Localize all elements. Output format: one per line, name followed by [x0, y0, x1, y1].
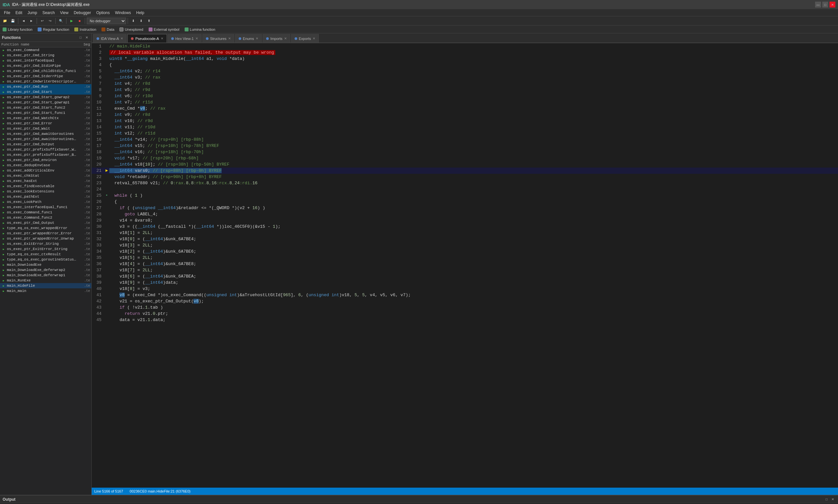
- func-row[interactable]: ▶os_exec_pathExt.te: [0, 194, 91, 199]
- toolbar-save[interactable]: 💾: [9, 17, 16, 24]
- func-icon-arrow: ▶: [3, 290, 4, 292]
- func-icon: ▶: [1, 179, 6, 183]
- func-row[interactable]: ▶os_exec_ExitError_String.te: [0, 241, 91, 247]
- toolbar-stop[interactable]: ■: [76, 17, 83, 24]
- func-row[interactable]: ▶os_exec_dedupEnvCase.te: [0, 163, 91, 168]
- func-row[interactable]: ▶os_exec_ptr_wrappedError_Error.te: [0, 231, 91, 236]
- func-name-label: os_exec_ptr_Cmd_Start_func2: [7, 106, 77, 110]
- func-row[interactable]: ▶os_exec_ptr_Cmd_Error.te: [0, 121, 91, 126]
- tab-structures[interactable]: Structures✕: [202, 34, 234, 42]
- func-row[interactable]: ▶os_exec_ptr_Cmd_Start_func1.te: [0, 110, 91, 115]
- toolbar-run[interactable]: ▶: [68, 17, 75, 24]
- tab-enums[interactable]: Enums✕: [235, 34, 262, 42]
- panel-float-button[interactable]: □: [78, 35, 83, 40]
- tab-pseudocode-a[interactable]: Pseudocode-A✕: [127, 34, 167, 42]
- toolbar-forward[interactable]: ►: [28, 17, 35, 24]
- tab-exports[interactable]: Exports✕: [291, 34, 319, 42]
- tab-close-button[interactable]: ✕: [195, 37, 198, 40]
- menu-item-windows[interactable]: Windows: [112, 9, 133, 16]
- toolbar-redo[interactable]: ↪: [47, 17, 54, 24]
- func-row[interactable]: ▶os_exec_ptr_ExitError_String.te: [0, 247, 91, 252]
- func-row[interactable]: ▶os_exec_lookExtensions.te: [0, 189, 91, 194]
- minimize-button[interactable]: —: [815, 2, 821, 7]
- func-row[interactable]: ▶os_exec_ptr_Cmd_awaitGoroutines_func1.t…: [0, 137, 91, 142]
- func-row[interactable]: ▶os_exec_interfaceEqual.te: [0, 58, 91, 63]
- toolbar-step-over[interactable]: ⬇: [138, 17, 145, 24]
- menu-item-options[interactable]: Options: [94, 9, 112, 16]
- close-button[interactable]: ✕: [830, 2, 835, 7]
- func-list[interactable]: ▶os_exec_Command.te▶os_exec_ptr_Cmd_Stri…: [0, 48, 91, 495]
- func-row[interactable]: ▶main_DownloadExe.te: [0, 262, 91, 267]
- func-row[interactable]: ▶os_exec_ptr_Cmd_Output.te: [0, 142, 91, 147]
- main-layout: Functions □ ✕ Function name Seg ▶os_exec…: [0, 33, 838, 495]
- func-row[interactable]: ▶os_exec_addCriticalEnv.te: [0, 168, 91, 173]
- func-row[interactable]: ▶os_exec_ptr_wrappedError_Unwrap.te: [0, 236, 91, 241]
- func-row[interactable]: ▶main_RunExe.te: [0, 278, 91, 283]
- func-row[interactable]: ▶os_exec_ptr_Cmd_StdinPipe.te: [0, 63, 91, 68]
- func-row[interactable]: ▶os_exec_ptr_Cmd_Run.te: [0, 84, 91, 89]
- func-icon: ▶: [1, 263, 6, 267]
- tab-close-button[interactable]: ✕: [256, 37, 258, 40]
- func-row[interactable]: ▶os_exec_ptr_Cmd_Wait.te: [0, 126, 91, 131]
- func-row[interactable]: ▶os_exec_ptr_Cmd_environ.te: [0, 158, 91, 163]
- menu-item-search[interactable]: Search: [40, 9, 57, 16]
- func-row[interactable]: ▶os_exec_ptr_Cmd_Start.te: [0, 89, 91, 94]
- tab-close-button[interactable]: ✕: [284, 37, 287, 40]
- toolbar-search[interactable]: 🔍: [57, 17, 65, 24]
- func-row[interactable]: ▶os_exec_LookPath.te: [0, 199, 91, 204]
- tab-ida-view-a[interactable]: IDA View-A✕: [93, 34, 127, 42]
- tab-close-button[interactable]: ✕: [228, 37, 231, 40]
- func-row[interactable]: ▶main_DownloadExe_deferwrap2.te: [0, 267, 91, 273]
- func-row[interactable]: ▶type_eq_os_exec_wrappedError.te: [0, 226, 91, 231]
- func-row[interactable]: ▶os_exec_interfaceEqual_func1.te: [0, 204, 91, 210]
- output-float-button[interactable]: □: [824, 497, 829, 502]
- menu-item-debugger[interactable]: Debugger: [71, 9, 94, 16]
- func-row[interactable]: ▶type_eq_os_exec_ctxResult.te: [0, 252, 91, 257]
- menu-item-jump[interactable]: Jump: [25, 9, 40, 16]
- func-icon: ▶: [1, 121, 6, 126]
- func-row[interactable]: ▶os_exec_Command.te: [0, 48, 91, 53]
- func-row[interactable]: ▶os_exec_findExecutable.te: [0, 184, 91, 189]
- func-row[interactable]: ▶type_eq_os_exec_goroutineStatus_1.te: [0, 257, 91, 262]
- func-row[interactable]: ▶os_exec_ptr_Cmd_childStdin_func1.te: [0, 68, 91, 74]
- menu-bar: FileEditJumpSearchViewDebuggerOptionsWin…: [0, 9, 838, 16]
- tab-close-button[interactable]: ✕: [313, 37, 315, 40]
- toolbar-back[interactable]: ◄: [20, 17, 27, 24]
- tab-hex-view-1[interactable]: Hex View-1✕: [167, 34, 202, 42]
- func-row[interactable]: ▶main_HideFile.te: [0, 283, 91, 288]
- func-row[interactable]: ▶os_exec_ptr_prefixSuffixSaver_Write.te: [0, 147, 91, 152]
- func-row[interactable]: ▶os_exec_ptr_Cmd_String.te: [0, 53, 91, 58]
- line-content: v18[1] = 2LL;: [109, 230, 837, 236]
- output-close-button[interactable]: ✕: [830, 497, 835, 502]
- menu-item-help[interactable]: Help: [133, 9, 147, 16]
- tab-close-button[interactable]: ✕: [161, 37, 163, 40]
- func-row[interactable]: ▶os_exec_Command_func1.te: [0, 210, 91, 215]
- func-row[interactable]: ▶main_main.te: [0, 288, 91, 293]
- func-row[interactable]: ▶main_DownloadExe_deferwrap1.te: [0, 273, 91, 278]
- code-area[interactable]: 1// main.HideFile2// local variable allo…: [92, 43, 838, 488]
- func-row[interactable]: ▶os_exec_Command_func2.te: [0, 215, 91, 220]
- func-row[interactable]: ▶os_exec_ptr_prefixSuffixSaver_Bytes.te: [0, 152, 91, 158]
- func-row[interactable]: ▶os_exec_ptr_Cmd_Start_func2.te: [0, 105, 91, 110]
- tab-close-button[interactable]: ✕: [121, 37, 123, 40]
- menu-item-view[interactable]: View: [57, 9, 71, 16]
- debugger-select[interactable]: No debugger: [87, 18, 126, 24]
- maximize-button[interactable]: □: [822, 2, 828, 7]
- toolbar-open[interactable]: 📁: [1, 17, 8, 24]
- func-row[interactable]: ▶os_exec_ptr_Cmd_StderrPipe.te: [0, 74, 91, 79]
- func-row[interactable]: ▶os_exec_ptr_Cmd_WatchCtx.te: [0, 115, 91, 121]
- toolbar-step-out[interactable]: ⬆: [145, 17, 153, 24]
- tab-imports[interactable]: Imports✕: [263, 34, 290, 42]
- func-row[interactable]: ▶os_exec_chkStat.te: [0, 173, 91, 178]
- func-row[interactable]: ▶os_exec_ptr_Cmd_Start_gowrap2.te: [0, 94, 91, 100]
- toolbar-undo[interactable]: ↩: [39, 17, 46, 24]
- func-row[interactable]: ▶os_exec_hasExt.te: [0, 178, 91, 184]
- func-row[interactable]: ▶os_exec_ptr_Cmd_awaitGoroutines.te: [0, 131, 91, 137]
- menu-item-file[interactable]: File: [1, 9, 13, 16]
- func-row[interactable]: ▶os_exec_ptr_Cmd_Start_gowrap1.te: [0, 100, 91, 105]
- panel-close-button[interactable]: ✕: [84, 35, 89, 40]
- menu-item-edit[interactable]: Edit: [13, 9, 25, 16]
- func-row[interactable]: ▶os_exec_ptr_Cmd_Output.te: [0, 220, 91, 226]
- func-row[interactable]: ▶os_exec_ptr_CmdwriterDescriptor_func1.t…: [0, 79, 91, 84]
- toolbar-step-into[interactable]: ⬇: [130, 17, 137, 24]
